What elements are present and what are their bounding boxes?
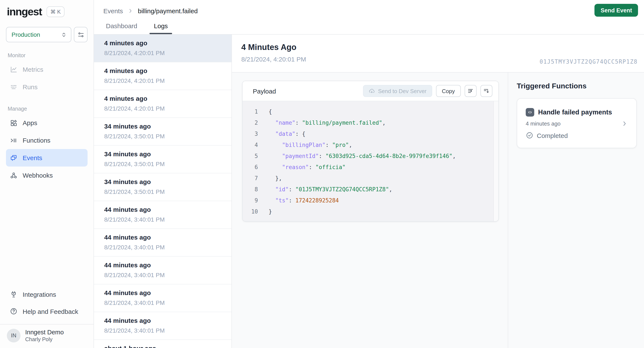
line-numbers: 12345678910 <box>242 106 258 221</box>
code-line: "name": "billing/payment.failed", <box>268 118 498 128</box>
environment-selector[interactable]: Production <box>6 27 71 42</box>
sidebar-item-webhooks[interactable]: Webhooks <box>6 166 88 184</box>
event-list-item[interactable]: 44 minutes ago8/21/2024, 3:40:01 PM <box>94 201 232 229</box>
expand-lines-button[interactable] <box>480 85 492 97</box>
event-timestamp: 8/21/2024, 4:20:01 PM <box>104 77 221 84</box>
payload-column: Payload Send to Dev Server Copy <box>232 72 508 348</box>
code-line: "paymentId": "6303d925-cda5-4d64-8b2e-99… <box>268 151 498 162</box>
apps-icon <box>10 119 18 126</box>
event-detail-header: 4 Minutes Ago 8/21/2024, 4:20:01 PM 01J5… <box>232 34 644 72</box>
event-timestamp: 8/21/2024, 4:20:01 PM <box>104 50 221 56</box>
event-relative-time: 34 minutes ago <box>104 150 221 158</box>
help-icon <box>10 308 18 315</box>
sidebar-item-apps[interactable]: Apps <box>6 114 88 132</box>
code-line: "data": { <box>268 128 498 140</box>
copy-button[interactable]: Copy <box>436 85 461 97</box>
environment-row: Production <box>0 27 94 42</box>
event-relative-time: 34 minutes ago <box>104 122 221 130</box>
breadcrumb-events[interactable]: Events <box>103 7 123 14</box>
payload-title: Payload <box>253 87 363 94</box>
sidebar-item-events[interactable]: Events <box>6 149 88 166</box>
event-detail-title: 4 Minutes Ago <box>241 43 644 52</box>
tab-logs[interactable]: Logs <box>152 22 170 34</box>
sidebar-item-help-and-feedback[interactable]: Help and Feedback <box>6 303 88 320</box>
function-code-icon <box>526 108 534 116</box>
sidebar-nav: MonitorMetricsRunsManageAppsFunctionsEve… <box>0 52 94 184</box>
command-k-shortcut[interactable]: ⌘ K <box>46 6 65 17</box>
code-line: } <box>268 206 498 217</box>
event-list-item[interactable]: 4 minutes ago8/21/2024, 4:20:01 PM <box>94 34 232 62</box>
send-to-dev-server-button[interactable]: Send to Dev Server <box>363 85 432 97</box>
code-line: "reason": "officia" <box>268 162 498 173</box>
event-list-item[interactable]: 44 minutes ago8/21/2024, 3:40:01 PM <box>94 229 232 256</box>
environment-settings-button[interactable] <box>74 27 88 42</box>
sidebar-item-metrics[interactable]: Metrics <box>6 61 88 78</box>
event-relative-time: 44 minutes ago <box>104 206 221 213</box>
tab-dashboard[interactable]: Dashboard <box>103 22 140 34</box>
nav-section-label: Monitor <box>8 52 86 58</box>
sidebar-item-label: Apps <box>23 119 37 126</box>
event-list-item[interactable]: 44 minutes ago8/21/2024, 3:40:01 PM <box>94 312 232 340</box>
sidebar-item-label: Integrations <box>23 290 56 298</box>
app-window: inngest ⌘ K Production MonitorMetricsRun… <box>0 0 644 348</box>
event-list-item[interactable]: 4 minutes ago8/21/2024, 4:20:01 PM <box>94 62 232 90</box>
word-wrap-button[interactable] <box>465 85 476 97</box>
code-scrollbar[interactable] <box>493 101 498 221</box>
event-list-item[interactable]: 4 minutes ago8/21/2024, 4:20:01 PM <box>94 90 232 118</box>
event-detail-body: Payload Send to Dev Server Copy <box>232 72 644 348</box>
event-timestamp: 8/21/2024, 3:50:01 PM <box>104 133 221 140</box>
payload-code: { "name": "billing/payment.failed", "dat… <box>258 106 498 221</box>
plug-icon <box>10 290 18 298</box>
functions-icon <box>10 136 18 144</box>
user-name: Charly Poly <box>25 336 64 342</box>
function-name: Handle failed payments <box>538 108 612 116</box>
sidebar: inngest ⌘ K Production MonitorMetricsRun… <box>0 0 94 348</box>
code-line: "billingPlan": "pro", <box>268 140 498 151</box>
event-list-item[interactable]: 34 minutes ago8/21/2024, 3:50:01 PM <box>94 146 232 173</box>
org-name: Inngest Demo <box>25 329 64 336</box>
event-relative-time: 4 minutes ago <box>104 95 221 102</box>
payload-code-block[interactable]: 12345678910 { "name": "billing/payment.f… <box>242 101 498 221</box>
event-timestamp: 8/21/2024, 3:40:01 PM <box>104 327 221 334</box>
event-timestamp: 8/21/2024, 3:50:01 PM <box>104 188 221 195</box>
code-line: }, <box>268 173 498 184</box>
sidebar-item-integrations[interactable]: Integrations <box>6 286 88 303</box>
events-icon <box>10 154 18 162</box>
function-run-time: 4 minutes ago <box>526 120 560 127</box>
event-list-item[interactable]: 44 minutes ago8/21/2024, 3:40:01 PM <box>94 284 232 312</box>
event-timestamp: 8/21/2024, 3:40:01 PM <box>104 299 221 306</box>
triggered-functions-heading: Triggered Functions <box>517 82 644 90</box>
event-timestamp: 8/21/2024, 3:40:01 PM <box>104 216 221 223</box>
triggered-function-card[interactable]: Handle failed payments 4 minutes ago <box>517 98 637 148</box>
sidebar-item-label: Events <box>23 154 42 162</box>
event-list: 4 minutes ago8/21/2024, 4:20:01 PM4 minu… <box>94 34 232 348</box>
event-timestamp: 8/21/2024, 3:40:01 PM <box>104 272 221 278</box>
payload-card: Payload Send to Dev Server Copy <box>242 81 499 222</box>
logo-row: inngest ⌘ K <box>0 0 94 18</box>
word-wrap-icon <box>467 88 474 94</box>
function-status-label: Completed <box>537 132 568 139</box>
sidebar-item-runs[interactable]: Runs <box>6 78 88 96</box>
sidebar-item-label: Functions <box>23 137 50 144</box>
sidebar-item-label: Runs <box>23 83 38 90</box>
chart-icon <box>10 66 18 73</box>
send-event-button[interactable]: Send Event <box>595 4 638 17</box>
sidebar-item-functions[interactable]: Functions <box>6 132 88 149</box>
sidebar-item-label: Help and Feedback <box>23 308 78 315</box>
event-list-item[interactable]: 34 minutes ago8/21/2024, 3:50:01 PM <box>94 118 232 146</box>
event-list-item[interactable]: 34 minutes ago8/21/2024, 3:50:01 PM <box>94 173 232 201</box>
user-menu[interactable]: IN Inngest Demo Charly Poly <box>0 324 94 348</box>
avatar: IN <box>7 329 20 342</box>
check-circle-icon <box>526 132 534 139</box>
sidebar-item-label: Webhooks <box>23 172 53 179</box>
event-relative-time: 34 minutes ago <box>104 178 221 185</box>
code-line: "id": "01J5TMY3VJTZ2QG74QCC5RP1Z8", <box>268 184 498 195</box>
webhook-icon <box>10 172 18 179</box>
event-list-item[interactable]: about 1 hour ago <box>94 340 232 348</box>
code-line: "ts": 1724228925284 <box>268 195 498 206</box>
event-list-item[interactable]: 44 minutes ago8/21/2024, 3:40:01 PM <box>94 256 232 284</box>
sidebar-item-label: Metrics <box>23 66 43 73</box>
event-timestamp: 8/21/2024, 3:50:01 PM <box>104 160 221 168</box>
code-line: { <box>268 106 498 118</box>
breadcrumb-event-name: billing/payment.failed <box>138 7 198 14</box>
